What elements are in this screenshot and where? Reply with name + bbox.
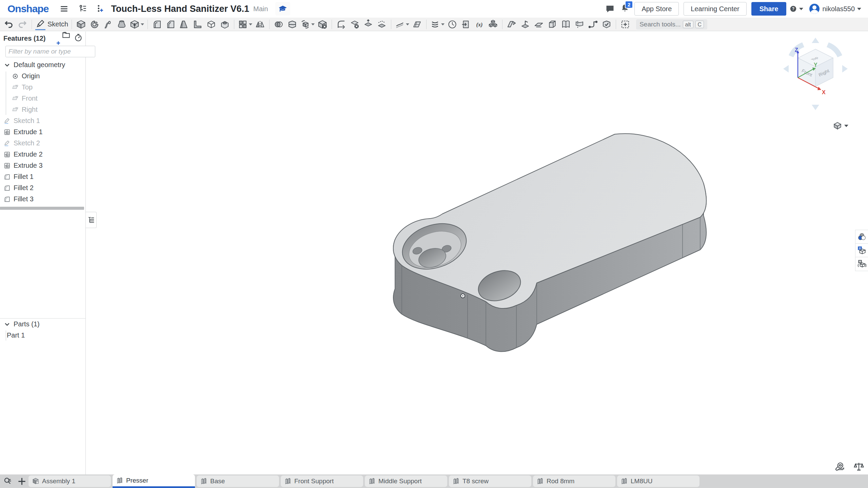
avatar[interactable] — [809, 4, 820, 14]
share-button[interactable]: Share — [751, 2, 787, 16]
measure-tape-icon[interactable] — [835, 462, 845, 472]
username[interactable]: nikolas550 — [822, 5, 855, 13]
user-menu-caret-icon[interactable] — [857, 8, 861, 10]
draft-tool[interactable] — [177, 19, 191, 30]
fs-check-tool[interactable] — [600, 19, 613, 30]
part-presser-3d[interactable] — [86, 32, 868, 474]
shell-tool[interactable] — [204, 19, 218, 30]
boolean-tool[interactable] — [272, 19, 285, 30]
feature-sketch-1[interactable]: Sketch 1 — [0, 115, 85, 126]
rib-tool[interactable] — [191, 19, 204, 30]
feature-extrude-3[interactable]: Extrude 3 — [0, 160, 85, 171]
document-title[interactable]: Touch-Less Hand Sanitizer V6.1 — [111, 4, 249, 14]
thicken-caret-icon[interactable] — [141, 23, 144, 25]
feature-sketch-2[interactable]: Sketch 2 — [0, 138, 85, 149]
hole-tool[interactable] — [218, 19, 232, 30]
chevron-down-icon[interactable] — [3, 321, 12, 327]
helix-caret-icon[interactable] — [441, 23, 445, 25]
tab-base[interactable]: Base — [197, 475, 279, 487]
add-tab-icon[interactable] — [17, 477, 26, 486]
loft-tool[interactable] — [115, 19, 129, 30]
tab-rod-8mm[interactable]: Rod 8mm — [533, 475, 615, 487]
undo-tool[interactable] — [2, 19, 16, 30]
chevron-down-icon[interactable] — [3, 62, 12, 68]
move-face-tool[interactable] — [361, 19, 375, 30]
branch-icon[interactable] — [93, 2, 106, 16]
configurations-icon[interactable] — [855, 257, 868, 271]
versions-icon[interactable] — [76, 2, 90, 16]
workspace-name[interactable]: Main — [253, 5, 268, 13]
thicken-tool[interactable] — [129, 19, 145, 30]
feature-fillet-1[interactable]: Fillet 1 — [0, 171, 85, 182]
feature-fillet-2[interactable]: Fillet 2 — [0, 182, 85, 194]
routing-tool[interactable] — [586, 19, 600, 30]
sheet-metal-model-tool[interactable] — [505, 19, 518, 30]
revolve-tool[interactable] — [88, 19, 101, 30]
sketch-tool[interactable]: Sketch — [34, 19, 69, 30]
search-tools[interactable]: Search tools...altC — [636, 19, 707, 29]
offset-surface-tool[interactable] — [394, 19, 410, 30]
hamburger-icon[interactable] — [57, 2, 71, 16]
feature-fillet-3[interactable]: Fillet 3 — [0, 194, 85, 205]
helix-tool[interactable] — [429, 19, 446, 30]
modify-fillet-tool[interactable] — [334, 19, 348, 30]
bridging-curve-tool[interactable] — [559, 19, 573, 30]
feature-default-geometry[interactable]: Default geometry — [0, 59, 85, 70]
transform-tool[interactable] — [299, 19, 316, 30]
graphics-canvas[interactable]: Top Front Right Z X Y — [86, 32, 868, 474]
redo-tool[interactable] — [16, 19, 29, 30]
mass-properties-icon[interactable] — [854, 462, 864, 472]
variable-tool[interactable]: (x) — [473, 19, 486, 30]
select-tool-tool[interactable] — [618, 19, 632, 30]
learning-center-button[interactable]: Learning Center — [684, 2, 746, 16]
education-icon[interactable] — [275, 2, 290, 16]
flatten-tool[interactable] — [532, 19, 546, 30]
chamfer-tool[interactable] — [164, 19, 177, 30]
trim-surface-tool[interactable] — [573, 19, 586, 30]
notifications-icon[interactable]: 2 — [620, 3, 630, 14]
extrude-tool[interactable] — [74, 19, 88, 30]
feature-front[interactable]: Front — [0, 93, 85, 104]
delete-part-tool[interactable] — [316, 19, 329, 30]
tab-t8-screw[interactable]: T8 screw — [449, 475, 531, 487]
vertex-marker[interactable] — [461, 294, 465, 298]
rollback-bar[interactable] — [0, 207, 84, 210]
manage-tabs-icon[interactable] — [3, 477, 13, 486]
projected-curve-tool[interactable] — [446, 19, 459, 30]
replace-face-tool[interactable] — [375, 19, 389, 30]
split-tool[interactable] — [285, 19, 299, 30]
frame-tool[interactable] — [546, 19, 559, 30]
fillet-tool[interactable] — [150, 19, 164, 30]
view-cube[interactable]: Top Front Right Z X Y — [780, 35, 851, 113]
linear-pattern-tool[interactable] — [237, 19, 253, 30]
tab-front-support[interactable]: Front Support — [281, 475, 363, 487]
offset-surface-caret-icon[interactable] — [406, 23, 409, 25]
filter-input[interactable] — [5, 46, 95, 57]
flange-tool[interactable] — [518, 19, 532, 30]
feature-origin[interactable]: Origin — [0, 70, 85, 82]
comments-icon[interactable] — [603, 2, 617, 16]
feature-extrude-1[interactable]: Extrude 1 — [0, 126, 85, 138]
fill-surface-tool[interactable] — [410, 19, 424, 30]
feature-right[interactable]: Right — [0, 104, 85, 115]
tab-presser[interactable]: Presser — [113, 474, 195, 488]
custom-feature-tool[interactable] — [486, 19, 500, 30]
onshape-logo[interactable]: Onshape — [7, 3, 48, 15]
transform-caret-icon[interactable] — [311, 23, 315, 25]
sweep-tool[interactable] — [101, 19, 115, 30]
tab-middle-support[interactable]: Middle Support — [365, 475, 447, 487]
derived-tool[interactable] — [459, 19, 473, 30]
tab-lm8uu[interactable]: LM8UU — [617, 475, 699, 487]
feature-extrude-2[interactable]: Extrude 2 — [0, 149, 85, 160]
appearance-panel-icon[interactable] — [855, 230, 868, 244]
feature-statistics-icon[interactable] — [74, 33, 83, 43]
tab-assembly-1[interactable]: Assembly 1 — [28, 475, 111, 487]
mirror-tool[interactable] — [253, 19, 267, 30]
feature-top[interactable]: Top — [0, 82, 85, 93]
custom-tables-icon[interactable] — [855, 244, 868, 257]
app-store-button[interactable]: App Store — [634, 2, 679, 16]
panel-toggle-button[interactable] — [86, 212, 97, 228]
view-options-button[interactable] — [833, 121, 848, 130]
part-item-part-1[interactable]: Part 1 — [0, 330, 85, 341]
insert-folder-icon[interactable] — [62, 30, 71, 46]
